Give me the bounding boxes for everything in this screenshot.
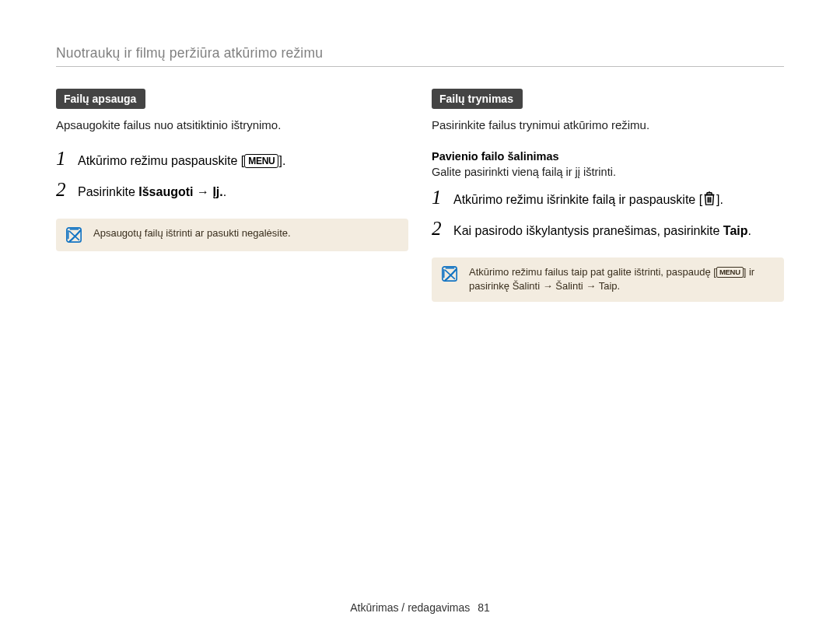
note-text: Apsaugotų failų ištrinti ar pasukti nega… <box>93 226 291 243</box>
left-column: Failų apsauga Apsaugokite failus nuo ats… <box>56 89 408 302</box>
divider <box>56 66 784 67</box>
delete-subtext: Galite pasirinkti vieną failą ir jį ištr… <box>432 166 784 178</box>
step-text: Atkūrimo režimu išrinkite failą ir paspa… <box>453 191 723 209</box>
step-number: 2 <box>56 180 78 199</box>
section-tag-protect: Failų apsauga <box>56 89 145 109</box>
page-number: 81 <box>478 601 490 614</box>
note-box: Apsaugotų failų ištrinti ar pasukti nega… <box>56 219 408 251</box>
protect-lead: Apsaugokite failus nuo atsitiktinio ištr… <box>56 117 408 135</box>
right-column: Failų trynimas Pasirinkite failus trynim… <box>432 89 784 302</box>
step-2: 2 Kai pasirodo iškylantysis pranešimas, … <box>432 219 784 240</box>
step-number: 1 <box>432 187 453 207</box>
step-1: 1 Atkūrimo režimu išrinkite failą ir pas… <box>432 187 784 209</box>
note-text: Atkūrimo režimu failus taip pat galite i… <box>469 265 773 295</box>
footer-section: Atkūrimas / redagavimas <box>350 601 470 614</box>
step-text: Pasirinkite Išsaugoti → Įj.. <box>78 183 226 201</box>
note-box: Atkūrimo režimu failus taip pat galite i… <box>432 257 784 303</box>
page-footer: Atkūrimas / redagavimas 81 <box>0 601 840 614</box>
delete-steps: 1 Atkūrimo režimu išrinkite failą ir pas… <box>432 187 784 240</box>
delete-lead: Pasirinkite failus trynimui atkūrimo rež… <box>432 117 784 135</box>
step-2: 2 Pasirinkite Išsaugoti → Įj.. <box>56 180 408 201</box>
protect-steps: 1 Atkūrimo režimu paspauskite [MENU]. 2 … <box>56 149 408 201</box>
delete-subhead: Pavienio failo šalinimas <box>432 150 784 163</box>
step-text: Atkūrimo režimu paspauskite [MENU]. <box>78 152 285 170</box>
note-icon <box>65 226 82 243</box>
manual-page: Nuotraukų ir filmų peržiūra atkūrimo rež… <box>0 0 840 634</box>
step-1: 1 Atkūrimo režimu paspauskite [MENU]. <box>56 149 408 170</box>
step-number: 2 <box>432 219 453 238</box>
menu-icon: MENU <box>716 267 744 278</box>
page-title: Nuotraukų ir filmų peržiūra atkūrimo rež… <box>56 45 784 61</box>
note-icon <box>441 265 458 282</box>
trash-icon <box>702 191 716 206</box>
menu-icon: MENU <box>244 154 278 168</box>
section-tag-delete: Failų trynimas <box>432 89 523 109</box>
step-text: Kai pasirodo iškylantysis pranešimas, pa… <box>453 222 751 240</box>
step-number: 1 <box>56 149 78 168</box>
content-columns: Failų apsauga Apsaugokite failus nuo ats… <box>56 89 784 302</box>
